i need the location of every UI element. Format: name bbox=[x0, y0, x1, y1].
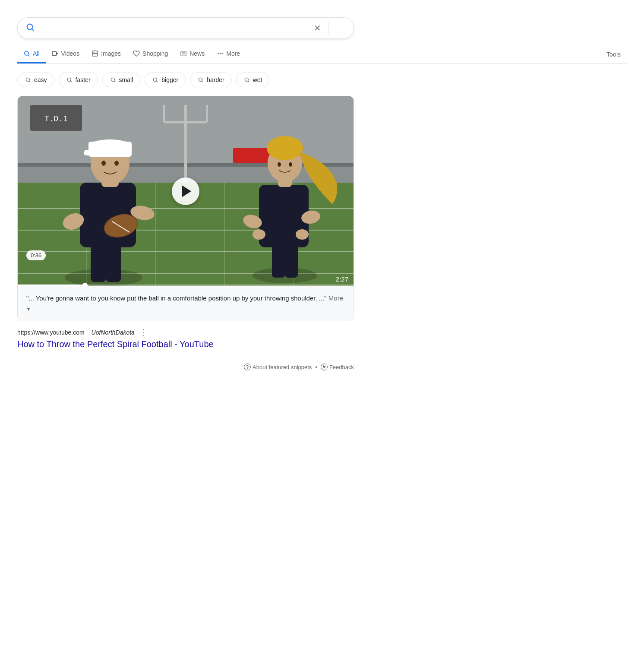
nav-tabs: All Videos Images Shopping News bbox=[17, 46, 627, 64]
search-tab-icon bbox=[23, 50, 30, 57]
tab-all[interactable]: All bbox=[17, 46, 46, 63]
feedback-icon: ⚑ bbox=[321, 364, 328, 370]
image-tab-icon bbox=[92, 50, 98, 57]
tab-videos[interactable]: Videos bbox=[46, 46, 86, 63]
svg-point-69 bbox=[114, 161, 119, 166]
search-chips: easy faster small bigger harder bbox=[17, 73, 627, 87]
result-dot-separator: · bbox=[87, 329, 89, 336]
svg-rect-56 bbox=[106, 243, 121, 282]
chip-easy[interactable]: easy bbox=[17, 73, 54, 87]
svg-marker-13 bbox=[56, 52, 58, 55]
progress-dot bbox=[82, 283, 88, 286]
about-snippets-label: About featured snippets bbox=[253, 364, 312, 370]
feedback-button[interactable]: ⚑ Feedback bbox=[321, 364, 354, 370]
svg-rect-12 bbox=[52, 51, 56, 55]
chip-small[interactable]: small bbox=[102, 73, 141, 87]
news-tab-icon bbox=[180, 50, 187, 57]
svg-line-11 bbox=[28, 55, 29, 56]
chip-search-icon-bigger bbox=[152, 76, 159, 83]
svg-text:T.D.1: T.D.1 bbox=[44, 114, 68, 123]
clear-button[interactable]: ✕ bbox=[314, 23, 321, 33]
svg-line-26 bbox=[70, 81, 71, 82]
tab-videos-label: Videos bbox=[61, 50, 80, 57]
search-icons: ✕ bbox=[314, 22, 346, 34]
tab-images-label: Images bbox=[101, 50, 121, 57]
svg-point-76 bbox=[253, 229, 265, 240]
transcript-text: "... You're gonna want to you know put t… bbox=[26, 294, 327, 302]
chip-search-icon-wet bbox=[243, 76, 250, 83]
chip-search-icon-faster bbox=[66, 76, 73, 83]
svg-point-77 bbox=[296, 229, 309, 240]
chip-search-icon-small bbox=[110, 76, 117, 83]
chip-faster[interactable]: faster bbox=[59, 73, 98, 87]
chip-harder-label: harder bbox=[207, 76, 224, 83]
svg-line-1 bbox=[32, 29, 34, 31]
shopping-tab-icon bbox=[133, 50, 140, 57]
search-bar-container: how to throw a football ✕ bbox=[17, 17, 354, 39]
search-bar: how to throw a football ✕ bbox=[17, 17, 354, 39]
transcript-more-label: More bbox=[328, 294, 343, 302]
video-featured-snippet: T.D.1 bbox=[17, 96, 354, 321]
chip-bigger-label: bigger bbox=[161, 76, 178, 83]
chip-search-icon-harder bbox=[197, 76, 204, 83]
result-source: UofNorthDakota bbox=[92, 329, 135, 336]
tab-news[interactable]: News bbox=[174, 46, 211, 63]
svg-line-28 bbox=[114, 81, 115, 82]
google-search-icon bbox=[25, 22, 35, 34]
chip-harder[interactable]: harder bbox=[190, 73, 231, 87]
play-triangle bbox=[182, 185, 191, 197]
progress-filled bbox=[18, 285, 85, 286]
tab-news-label: News bbox=[189, 50, 205, 57]
more-tab-icon bbox=[217, 50, 224, 57]
timestamp-badge: 0:36 bbox=[26, 250, 46, 260]
result-url: https://www.youtube.com bbox=[17, 329, 85, 336]
progress-bar[interactable] bbox=[18, 285, 354, 286]
search-input[interactable]: how to throw a football bbox=[39, 24, 309, 33]
tab-images[interactable]: Images bbox=[85, 46, 127, 63]
svg-line-34 bbox=[248, 81, 249, 82]
svg-line-30 bbox=[157, 81, 158, 82]
svg-rect-67 bbox=[84, 150, 110, 155]
svg-point-21 bbox=[220, 53, 221, 54]
feedback-label: Feedback bbox=[329, 364, 354, 370]
svg-rect-71 bbox=[272, 243, 285, 278]
svg-point-22 bbox=[222, 53, 223, 54]
svg-point-80 bbox=[267, 136, 303, 160]
footer-separator: • bbox=[315, 364, 317, 370]
result-meta: https://www.youtube.com · UofNorthDakota… bbox=[17, 327, 627, 338]
tab-shopping[interactable]: Shopping bbox=[127, 46, 174, 63]
svg-line-24 bbox=[29, 81, 30, 82]
tab-more[interactable]: More bbox=[211, 46, 246, 63]
chip-search-icon-easy bbox=[25, 76, 32, 83]
play-button[interactable] bbox=[172, 177, 199, 205]
chip-easy-label: easy bbox=[34, 76, 47, 83]
result-title-link[interactable]: How to Throw the Perfect Spiral Football… bbox=[17, 339, 354, 349]
video-thumbnail[interactable]: T.D.1 bbox=[18, 96, 354, 286]
tab-all-label: All bbox=[33, 50, 40, 57]
chip-faster-label: faster bbox=[76, 76, 91, 83]
divider bbox=[328, 22, 328, 34]
video-transcript: "... You're gonna want to you know put t… bbox=[18, 286, 354, 321]
svg-point-68 bbox=[101, 161, 106, 166]
svg-point-20 bbox=[218, 53, 219, 54]
about-snippets-button[interactable]: ? About featured snippets bbox=[244, 364, 312, 370]
video-duration: 2:27 bbox=[336, 275, 348, 283]
tools-button[interactable]: Tools bbox=[600, 47, 627, 63]
chip-bigger[interactable]: bigger bbox=[145, 73, 186, 87]
tab-shopping-label: Shopping bbox=[142, 50, 168, 57]
result-footer: ? About featured snippets • ⚑ Feedback bbox=[17, 358, 354, 370]
chip-small-label: small bbox=[119, 76, 133, 83]
svg-line-32 bbox=[202, 81, 203, 82]
chip-wet-label: wet bbox=[253, 76, 262, 83]
video-tab-icon bbox=[52, 50, 59, 57]
tab-more-label: More bbox=[226, 50, 240, 57]
clear-icon: ✕ bbox=[314, 23, 321, 33]
result-options-button[interactable]: ⋮ bbox=[139, 327, 148, 338]
chip-wet[interactable]: wet bbox=[236, 73, 270, 87]
question-icon: ? bbox=[244, 364, 251, 370]
svg-rect-72 bbox=[285, 243, 298, 278]
chevron-down-icon: ▾ bbox=[27, 306, 30, 312]
svg-rect-55 bbox=[91, 243, 106, 282]
